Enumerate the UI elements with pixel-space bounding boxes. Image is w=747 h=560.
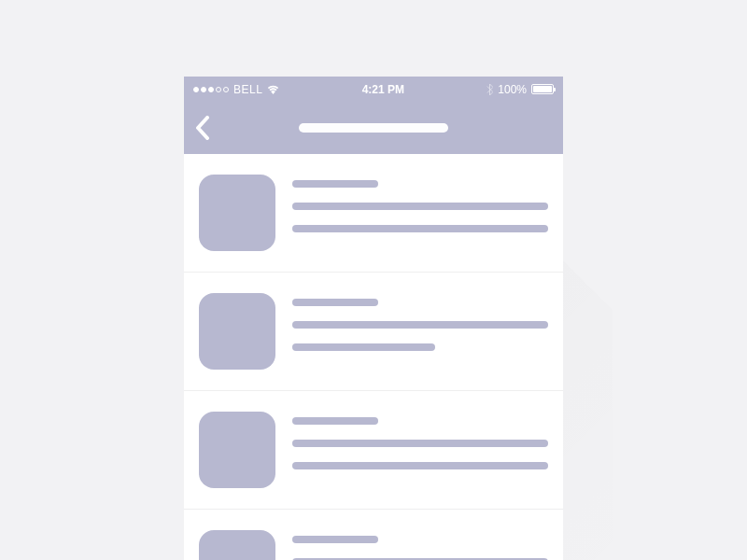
page-title-placeholder: [299, 123, 448, 133]
item-text-placeholder: [292, 321, 548, 329]
item-content: [292, 530, 548, 560]
wifi-icon: [267, 85, 279, 94]
list-item[interactable]: [184, 154, 563, 273]
list-item[interactable]: [184, 273, 563, 391]
item-text-placeholder: [292, 343, 435, 351]
item-content: [292, 293, 548, 370]
status-bar: BELL 4:21 PM 100%: [184, 77, 563, 102]
item-text-placeholder: [292, 225, 548, 232]
clock: 4:21 PM: [362, 83, 404, 96]
item-text-placeholder: [292, 203, 548, 210]
list: [184, 154, 563, 560]
bluetooth-icon: [486, 84, 493, 95]
list-item[interactable]: [184, 391, 563, 510]
item-text-placeholder: [292, 440, 548, 447]
item-thumbnail: [199, 293, 275, 370]
signal-strength-icon: [193, 87, 229, 92]
item-thumbnail: [199, 175, 275, 251]
item-thumbnail: [199, 530, 275, 560]
item-content: [292, 175, 548, 251]
item-text-placeholder: [292, 462, 548, 469]
item-title-placeholder: [292, 536, 378, 543]
status-right: 100%: [486, 83, 554, 96]
battery-icon: [531, 84, 554, 94]
navigation-bar: [184, 102, 563, 154]
item-title-placeholder: [292, 299, 378, 306]
phone-frame: BELL 4:21 PM 100%: [184, 77, 563, 560]
item-thumbnail: [199, 412, 275, 488]
list-item[interactable]: [184, 510, 563, 560]
carrier-label: BELL: [233, 83, 262, 96]
status-left: BELL: [193, 83, 279, 96]
back-button[interactable]: [195, 116, 210, 140]
item-title-placeholder: [292, 180, 378, 188]
item-title-placeholder: [292, 417, 378, 425]
battery-percent: 100%: [498, 83, 527, 96]
item-content: [292, 412, 548, 488]
